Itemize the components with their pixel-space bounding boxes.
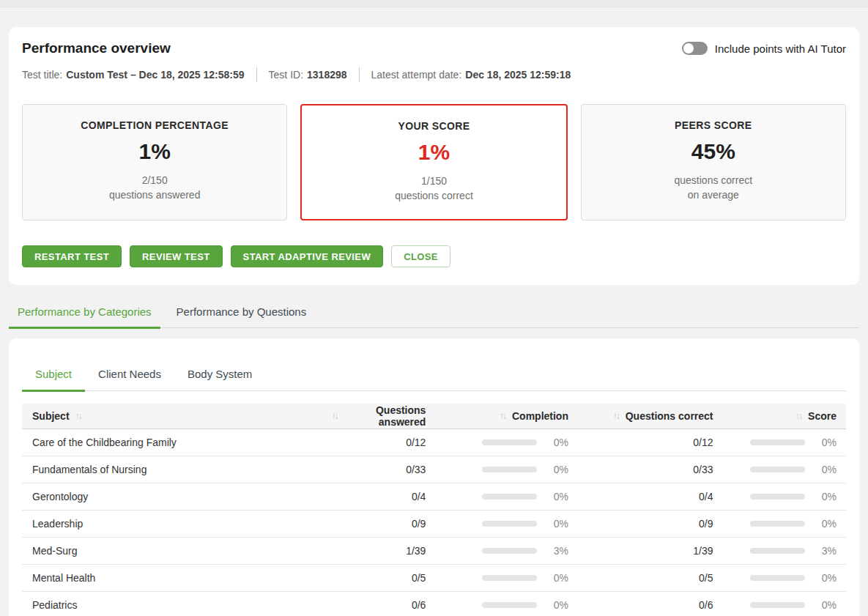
questions-correct-cell: 0/33 xyxy=(570,456,713,483)
questions-answered-cell: 1/39 xyxy=(331,537,426,564)
header-completion[interactable]: ↑↓Completion xyxy=(426,404,570,428)
completion-progress-bar xyxy=(482,602,537,608)
header-subject[interactable]: Subject↑↓ xyxy=(22,404,331,428)
questions-answered-cell: 0/33 xyxy=(331,456,426,483)
table-row: Gerontology 0/4 0% 0/4 0% xyxy=(22,483,846,510)
sort-icon[interactable]: ↑↓ xyxy=(613,411,621,421)
restart-test-button[interactable]: RESTART TEST xyxy=(22,245,122,267)
completion-percentage-value: 1% xyxy=(30,139,279,164)
subtab-body-system[interactable]: Body System xyxy=(174,360,265,392)
score-progress-bar xyxy=(750,521,805,527)
header-label: Completion xyxy=(512,410,568,422)
review-test-button[interactable]: REVIEW TEST xyxy=(130,245,223,267)
close-button[interactable]: CLOSE xyxy=(391,245,450,267)
score-percent-label: 0% xyxy=(805,464,837,475)
peers-score-value: 45% xyxy=(589,139,838,164)
completion-progress-bar xyxy=(482,575,537,581)
performance-table-panel: Subject Client Needs Body System Subject… xyxy=(9,338,859,616)
questions-correct-cell: 1/39 xyxy=(570,537,713,564)
subject-cell: Leadership xyxy=(22,510,331,537)
toggle-knob xyxy=(683,43,694,53)
table-row: Mental Health 0/5 0% 0/5 0% xyxy=(22,564,846,591)
completion-percentage-card: COMPLETION PERCENTAGE 1% 2/150 questions… xyxy=(22,104,287,220)
score-progress-bar xyxy=(750,575,805,581)
score-cell: 0% xyxy=(713,564,846,591)
completion-cell: 0% xyxy=(426,591,570,616)
table-row: Care of the Childbearing Family 0/12 0% … xyxy=(22,428,846,456)
category-subtabs: Subject Client Needs Body System xyxy=(22,360,846,391)
test-id-label: Test ID: xyxy=(269,69,303,81)
sort-icon[interactable]: ↑↓ xyxy=(331,411,339,421)
questions-answered-cell: 0/5 xyxy=(331,564,426,591)
your-score-card: YOUR SCORE 1% 1/150 questions correct xyxy=(300,104,567,220)
score-progress-bar xyxy=(750,439,805,445)
subject-cell: Fundamentals of Nursing xyxy=(22,456,331,483)
header-questions-correct[interactable]: ↑↓Questions correct xyxy=(570,404,713,428)
tab-performance-by-categories[interactable]: Performance by Categories xyxy=(9,298,160,329)
completion-progress-bar xyxy=(482,521,537,527)
card-title: YOUR SCORE xyxy=(309,120,558,132)
completion-cell: 0% xyxy=(426,456,570,483)
completion-progress-bar xyxy=(482,548,537,554)
stat-cards-row: COMPLETION PERCENTAGE 1% 2/150 questions… xyxy=(22,104,846,220)
header-label: Score xyxy=(808,410,837,422)
page-top-strip xyxy=(0,0,868,7)
test-title-meta: Test title: Custom Test – Dec 18, 2025 1… xyxy=(22,69,245,81)
card-fraction: 2/150 xyxy=(30,173,279,188)
questions-correct-cell: 0/5 xyxy=(570,564,713,591)
score-progress-bar xyxy=(750,467,805,472)
questions-correct-cell: 0/9 xyxy=(570,510,713,537)
card-subtext: 2/150 questions answered xyxy=(30,173,279,202)
completion-cell: 3% xyxy=(426,537,570,564)
completion-cell: 0% xyxy=(426,428,570,456)
table-row: Fundamentals of Nursing 0/33 0% 0/33 0% xyxy=(22,456,846,483)
sort-icon[interactable]: ↑↓ xyxy=(795,411,804,421)
completion-percent-label: 0% xyxy=(537,599,568,611)
header-label: Questions answered xyxy=(344,404,426,428)
questions-answered-cell: 0/6 xyxy=(331,591,426,616)
card-fraction: 1/150 xyxy=(309,174,558,188)
sort-icon[interactable]: ↑↓ xyxy=(500,411,508,421)
completion-percent-label: 3% xyxy=(537,545,568,557)
table-row: Leadership 0/9 0% 0/9 0% xyxy=(22,510,846,537)
test-meta-row: Test title: Custom Test – Dec 18, 2025 1… xyxy=(22,67,846,82)
subject-cell: Med-Surg xyxy=(22,537,331,564)
sort-icon[interactable]: ↑↓ xyxy=(75,411,84,421)
questions-correct-cell: 0/6 xyxy=(570,591,713,616)
page-title: Performance overview xyxy=(22,40,171,56)
card-subtext: questions correct on average xyxy=(589,173,838,202)
score-progress-bar xyxy=(750,494,805,500)
include-points-toggle[interactable] xyxy=(682,42,708,55)
card-subtext: 1/150 questions correct xyxy=(309,174,558,203)
header-questions-answered[interactable]: ↑↓Questions answered xyxy=(331,404,426,428)
ai-tutor-toggle-group: Include points with AI Tutor xyxy=(682,42,846,55)
subject-performance-table: Subject↑↓ ↑↓Questions answered ↑↓Complet… xyxy=(22,404,846,616)
card-title: COMPLETION PERCENTAGE xyxy=(30,119,279,131)
header-score[interactable]: ↑↓Score xyxy=(713,404,846,428)
subtab-client-needs[interactable]: Client Needs xyxy=(85,360,174,392)
card-title: PEERS SCORE xyxy=(589,119,838,131)
your-score-value: 1% xyxy=(309,140,558,165)
subject-cell: Mental Health xyxy=(22,564,331,591)
score-cell: 0% xyxy=(713,483,846,510)
start-adaptive-review-button[interactable]: START ADAPTIVE REVIEW xyxy=(231,245,384,267)
meta-divider xyxy=(359,67,360,82)
table-row: Pediatrics 0/6 0% 0/6 0% xyxy=(22,591,846,616)
test-title-value: Custom Test – Dec 18, 2025 12:58:59 xyxy=(66,69,244,81)
completion-percent-label: 0% xyxy=(537,464,568,475)
latest-attempt-meta: Latest attempt date: Dec 18, 2025 12:59:… xyxy=(371,69,571,81)
completion-percent-label: 0% xyxy=(537,518,568,530)
questions-answered-cell: 0/12 xyxy=(331,428,426,456)
completion-cell: 0% xyxy=(426,483,570,510)
completion-cell: 0% xyxy=(426,510,570,537)
completion-progress-bar xyxy=(482,439,537,445)
subtab-subject[interactable]: Subject xyxy=(22,360,85,392)
action-buttons-row: RESTART TEST REVIEW TEST START ADAPTIVE … xyxy=(22,245,846,267)
subject-cell: Gerontology xyxy=(22,483,331,510)
tab-performance-by-questions[interactable]: Performance by Questions xyxy=(168,298,316,329)
latest-attempt-value: Dec 18, 2025 12:59:18 xyxy=(465,69,571,81)
questions-correct-cell: 0/4 xyxy=(570,483,713,510)
performance-overview-panel: Performance overview Include points with… xyxy=(9,27,859,285)
score-cell: 0% xyxy=(713,456,846,483)
test-title-label: Test title: xyxy=(22,69,62,81)
